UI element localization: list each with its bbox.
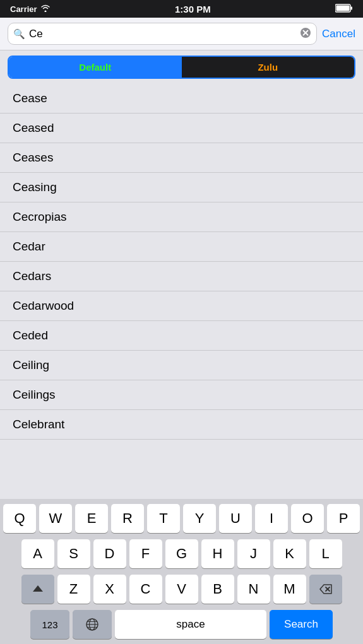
list-item[interactable]: Celebrant	[0, 410, 363, 440]
key-k[interactable]: K	[273, 539, 306, 568]
key-g[interactable]: G	[165, 539, 198, 568]
list-item[interactable]: Cease	[0, 84, 363, 114]
list-item[interactable]: Ceasing	[0, 173, 363, 202]
key-c[interactable]: C	[129, 575, 162, 604]
search-bar: 🔍 Cancel	[0, 18, 363, 50]
key-z[interactable]: Z	[57, 575, 90, 604]
numbers-key[interactable]: 123	[30, 610, 69, 639]
key-x[interactable]: X	[93, 575, 126, 604]
key-p[interactable]: P	[327, 504, 360, 533]
globe-key[interactable]	[73, 610, 112, 639]
key-f[interactable]: F	[129, 539, 162, 568]
key-n[interactable]: N	[237, 575, 270, 604]
key-r[interactable]: R	[111, 504, 144, 533]
globe-icon	[85, 618, 99, 631]
list-item[interactable]: Cecropias	[0, 202, 363, 232]
key-j[interactable]: J	[237, 539, 270, 568]
search-key[interactable]: Search	[270, 610, 333, 639]
key-y[interactable]: Y	[183, 504, 216, 533]
key-l[interactable]: L	[309, 539, 342, 568]
list-item[interactable]: Ceases	[0, 143, 363, 173]
list-item[interactable]: Ceilings	[0, 380, 363, 410]
keyboard-row-1: QWERTYUIOP	[3, 504, 360, 533]
search-key-label: Search	[284, 618, 318, 631]
keyboard-row-4: 123 space Search	[3, 610, 360, 639]
word-list: CeaseCeasedCeasesCeasingCecropiasCedarCe…	[0, 84, 363, 499]
wifi-icon	[40, 4, 51, 14]
time-display: 1:30 PM	[175, 4, 211, 15]
battery-indicator	[335, 4, 353, 15]
key-e[interactable]: E	[75, 504, 108, 533]
carrier-label: Carrier	[10, 4, 37, 14]
search-input[interactable]	[29, 28, 296, 40]
clear-icon[interactable]	[300, 27, 311, 40]
key-s[interactable]: S	[57, 539, 90, 568]
key-b[interactable]: B	[201, 575, 234, 604]
list-item[interactable]: Cedar	[0, 232, 363, 262]
shift-icon	[33, 585, 43, 592]
delete-key[interactable]	[309, 575, 342, 604]
list-item[interactable]: Cedarwood	[0, 291, 363, 321]
key-a[interactable]: A	[21, 539, 54, 568]
search-icon: 🔍	[13, 28, 25, 40]
list-item[interactable]: Cedars	[0, 262, 363, 291]
cancel-button[interactable]: Cancel	[322, 28, 355, 40]
key-t[interactable]: T	[147, 504, 180, 533]
key-u[interactable]: U	[219, 504, 252, 533]
list-item[interactable]: Ceiling	[0, 351, 363, 380]
keyboard-row-3: ZXCVBNM	[3, 575, 360, 604]
key-h[interactable]: H	[201, 539, 234, 568]
segment-default[interactable]: Default	[9, 57, 182, 78]
status-bar: Carrier 1:30 PM	[0, 0, 363, 18]
shift-key[interactable]	[21, 575, 54, 604]
list-item[interactable]: Ceased	[0, 114, 363, 143]
key-q[interactable]: Q	[3, 504, 36, 533]
list-item[interactable]: Ceded	[0, 321, 363, 351]
numbers-label: 123	[42, 619, 57, 630]
key-v[interactable]: V	[165, 575, 198, 604]
space-label: space	[176, 618, 205, 631]
key-w[interactable]: W	[39, 504, 72, 533]
svg-rect-1	[336, 5, 350, 11]
delete-icon	[319, 583, 333, 595]
segment-control: Default Zulu	[8, 56, 355, 79]
key-o[interactable]: O	[291, 504, 324, 533]
key-i[interactable]: I	[255, 504, 288, 533]
carrier-info: Carrier	[10, 4, 51, 14]
keyboard: QWERTYUIOP ASDFGHJKL ZXCVBNM 123 space S…	[0, 499, 363, 644]
space-key[interactable]: space	[115, 610, 266, 639]
svg-rect-2	[351, 6, 353, 9]
keyboard-row-2: ASDFGHJKL	[3, 539, 360, 568]
segment-zulu[interactable]: Zulu	[182, 57, 355, 78]
key-m[interactable]: M	[273, 575, 306, 604]
search-input-wrapper[interactable]: 🔍	[8, 23, 317, 45]
key-d[interactable]: D	[93, 539, 126, 568]
